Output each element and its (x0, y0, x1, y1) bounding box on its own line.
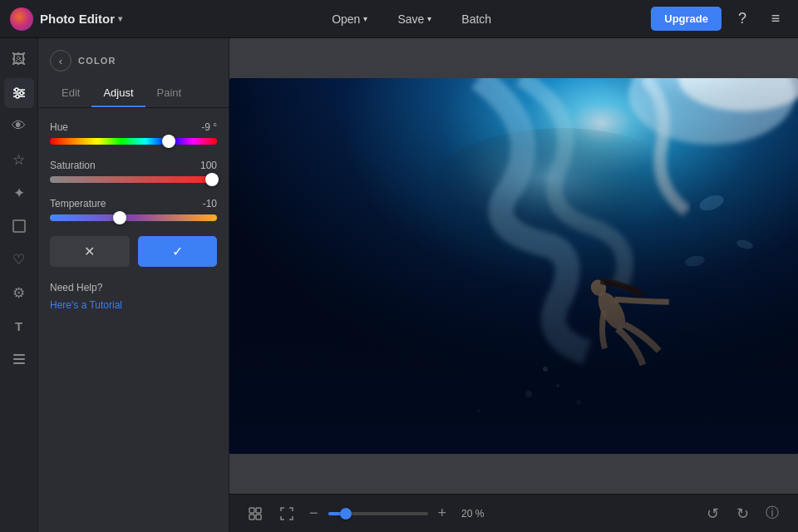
settings-icon-btn[interactable]: ⚙ (4, 278, 34, 308)
heart-icon-btn[interactable]: ♡ (4, 244, 34, 274)
hue-thumb[interactable] (162, 135, 175, 148)
menu-button[interactable]: ≡ (763, 7, 788, 32)
zoom-slider-track[interactable] (328, 512, 428, 515)
panel-tabs: Edit Adjust Paint (38, 80, 229, 108)
tab-adjust[interactable]: Adjust (91, 80, 145, 107)
svg-rect-6 (13, 220, 25, 232)
topbar: Photo Editor ▾ Open ▾ Save ▾ Batch Upgra… (0, 0, 798, 38)
temperature-value: -10 (203, 198, 217, 209)
temperature-track[interactable] (50, 214, 217, 221)
svg-rect-7 (13, 354, 25, 356)
saturation-track[interactable] (50, 176, 217, 183)
svg-rect-8 (13, 358, 25, 360)
cancel-button[interactable]: ✕ (50, 236, 130, 267)
adjustments-icon-btn[interactable] (4, 78, 34, 108)
help-link[interactable]: Here's a Tutorial (50, 299, 122, 311)
panel-content: Hue -9 ° Saturation 100 (38, 108, 229, 532)
apply-icon: ✓ (172, 244, 183, 259)
text-icon-btn[interactable]: T (4, 311, 34, 341)
bottom-bar: − + 20 % ↺ ↻ ⓘ (229, 494, 798, 532)
canvas-image (229, 78, 798, 454)
save-button[interactable]: Save ▾ (386, 7, 443, 31)
cancel-icon: ✕ (84, 244, 95, 259)
svg-rect-28 (249, 515, 254, 520)
hue-label-row: Hue -9 ° (50, 121, 217, 133)
fit-icon-btn[interactable] (243, 501, 268, 526)
tab-paint[interactable]: Paint (145, 80, 194, 107)
open-button[interactable]: Open ▾ (320, 7, 379, 31)
saturation-thumb[interactable] (205, 173, 219, 186)
bottom-right: ↺ ↻ ⓘ (700, 501, 785, 526)
svg-rect-22 (229, 78, 798, 454)
tab-edit[interactable]: Edit (50, 80, 91, 107)
panel-action-buttons: ✕ ✓ (50, 236, 217, 267)
rotate-left-btn[interactable]: ↺ (700, 501, 725, 526)
back-icon: ‹ (59, 55, 62, 67)
info-icon: ⓘ (766, 505, 779, 522)
help-heading: Need Help? (50, 282, 217, 293)
app-title-text: Photo Editor (40, 12, 115, 26)
hue-slider-group: Hue -9 ° (50, 121, 217, 145)
zoom-minus-button[interactable]: − (306, 505, 322, 522)
star-icon-btn[interactable]: ☆ (4, 145, 34, 175)
svg-rect-26 (249, 508, 254, 513)
hue-track[interactable] (50, 138, 217, 145)
svg-rect-9 (13, 362, 25, 364)
topbar-right: Upgrade ? ≡ (651, 7, 788, 32)
saturation-label: Saturation (50, 160, 96, 171)
canvas-area: − + 20 % ↺ ↻ ⓘ (229, 38, 798, 532)
eye-icon-btn[interactable]: 👁 (4, 111, 34, 141)
rotate-left-icon: ↺ (707, 505, 719, 523)
icon-bar: 🖼 👁 ☆ ✦ ♡ ⚙ T (0, 38, 38, 532)
panel-title: COLOR (78, 56, 116, 66)
crop-icon-btn[interactable] (4, 211, 34, 241)
redo-btn[interactable]: ↻ (730, 501, 755, 526)
fullscreen-icon-btn[interactable] (274, 501, 299, 526)
panel-header: ‹ COLOR (38, 38, 229, 80)
svg-rect-27 (256, 508, 261, 513)
redo-icon: ↻ (736, 505, 749, 523)
temperature-slider-group: Temperature -10 (50, 198, 217, 221)
zoom-value: 20 % (461, 508, 484, 520)
magic-icon-btn[interactable]: ✦ (4, 178, 34, 208)
color-panel: ‹ COLOR Edit Adjust Paint Hue -9 ° (38, 38, 229, 532)
saturation-label-row: Saturation 100 (50, 160, 217, 171)
apply-button[interactable]: ✓ (138, 236, 218, 267)
save-label: Save (397, 12, 424, 26)
zoom-plus-button[interactable]: + (435, 505, 451, 522)
svg-point-1 (15, 88, 18, 91)
title-chevron: ▾ (118, 14, 122, 23)
svg-point-5 (16, 95, 19, 98)
temperature-label: Temperature (50, 198, 106, 209)
svg-rect-29 (256, 515, 261, 520)
image-icon-btn[interactable]: 🖼 (4, 45, 34, 75)
main-area: 🖼 👁 ☆ ✦ ♡ ⚙ T (0, 38, 798, 532)
upgrade-button[interactable]: Upgrade (651, 7, 722, 31)
batch-button[interactable]: Batch (450, 7, 503, 31)
help-button[interactable]: ? (730, 7, 755, 32)
saturation-slider-group: Saturation 100 (50, 160, 217, 183)
saturation-value: 100 (200, 160, 217, 171)
svg-point-3 (20, 91, 23, 95)
canvas-viewport[interactable] (229, 38, 798, 494)
open-label: Open (332, 12, 360, 26)
temperature-label-row: Temperature -10 (50, 198, 217, 209)
save-chevron: ▾ (427, 14, 431, 23)
help-section: Need Help? Here's a Tutorial (50, 282, 217, 312)
hue-value: -9 ° (201, 121, 217, 133)
temperature-thumb[interactable] (113, 211, 126, 224)
panel-back-button[interactable]: ‹ (50, 50, 71, 71)
photo-canvas (229, 78, 798, 454)
hue-label: Hue (50, 121, 68, 133)
app-title: Photo Editor ▾ (40, 12, 122, 26)
app-logo (10, 7, 33, 31)
zoom-slider-thumb[interactable] (340, 508, 352, 520)
batch-label: Batch (461, 12, 491, 26)
info-btn[interactable]: ⓘ (760, 501, 785, 526)
open-chevron: ▾ (363, 14, 367, 23)
brush-icon-btn[interactable] (4, 344, 34, 374)
topbar-center: Open ▾ Save ▾ Batch (172, 7, 651, 31)
